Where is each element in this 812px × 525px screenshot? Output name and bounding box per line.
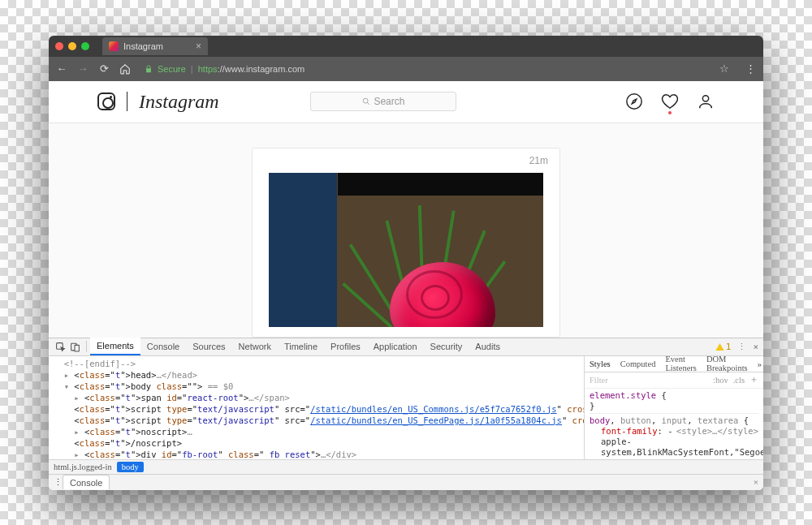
dom-line[interactable]: <class="t">/noscript> [54, 437, 584, 449]
explore-icon[interactable] [625, 93, 643, 110]
cls-toggle[interactable]: .cls [733, 376, 745, 385]
devtools-tab-profiles[interactable]: Profiles [324, 338, 367, 355]
transparent-background: Instagram × ← → ⟳ Secure | https://www.i… [0, 0, 812, 525]
instagram-favicon-icon [109, 41, 119, 51]
close-window-button[interactable] [55, 42, 63, 50]
lock-icon [145, 64, 153, 74]
dom-line[interactable]: <class="t">script type="text/javascript"… [54, 415, 584, 426]
home-button[interactable] [119, 63, 132, 75]
device-toggle-button[interactable] [68, 340, 81, 353]
dom-line[interactable]: ▸ <class="t">div id="fb-root" class="_fb… [54, 449, 584, 459]
post-timestamp: 21m [529, 155, 548, 166]
header-actions [625, 93, 715, 110]
secure-label: Secure [158, 64, 186, 74]
dom-line[interactable]: <class="t">script type="text/javascript"… [54, 403, 584, 415]
address-bar[interactable]: Secure | https://www.instagram.com ☆ [140, 60, 736, 78]
devtools-tab-elements[interactable]: Elements [90, 338, 140, 355]
devtools-drawer: ⋮ Console × [49, 474, 763, 490]
bookmark-button[interactable]: ☆ [718, 62, 731, 75]
close-tab-button[interactable]: × [196, 41, 201, 52]
sidebar-tab-computed[interactable]: Computed [615, 356, 661, 372]
styles-filter-row: Filter :hov .cls ＋ [585, 372, 763, 389]
svg-rect-7 [74, 345, 78, 351]
minimize-window-button[interactable] [68, 42, 76, 50]
search-icon [362, 97, 370, 105]
browser-window: Instagram × ← → ⟳ Secure | https://www.i… [49, 36, 763, 490]
logo-divider [127, 92, 127, 111]
warnings-badge[interactable]: 1 [715, 342, 732, 352]
search-placeholder: Search [374, 96, 404, 107]
dom-line[interactable]: ▾ <class="t">body class=""> == $0 [54, 381, 584, 392]
devtools-tab-application[interactable]: Application [367, 338, 424, 355]
devtools-tab-network[interactable]: Network [232, 338, 278, 355]
svg-point-2 [627, 94, 641, 109]
hov-toggle[interactable]: :hov [713, 376, 728, 385]
devtools-tab-audits[interactable]: Audits [469, 338, 507, 355]
svg-point-0 [364, 98, 369, 103]
style-rule-block[interactable]: body, button, input, textarea {<style>…<… [590, 415, 758, 459]
sidebar-tab-dom-breakpoints[interactable]: DOM Breakpoints [702, 356, 753, 372]
activity-icon[interactable] [661, 93, 679, 110]
dom-line[interactable]: ▸ <class="t">noscript>… [54, 426, 584, 437]
back-button[interactable]: ← [55, 62, 68, 75]
devtools-close-button[interactable]: × [753, 342, 758, 352]
devtools-tab-console[interactable]: Console [140, 338, 186, 355]
browser-tabstrip: Instagram × [49, 36, 763, 57]
devtools-tab-sources[interactable]: Sources [186, 338, 231, 355]
svg-point-4 [702, 96, 708, 101]
browser-toolbar: ← → ⟳ Secure | https://www.instagram.com… [49, 57, 763, 81]
window-controls [55, 42, 89, 50]
styles-filter-input[interactable]: Filter [590, 376, 708, 385]
styles-rules[interactable]: element.style {}body, button, input, tex… [585, 389, 763, 459]
dom-tree[interactable]: <!--[endif]--> ▸ <class="t">head>…</head… [49, 356, 585, 459]
post-image[interactable] [269, 173, 543, 327]
feed: 21m [49, 123, 763, 338]
sidebar-tab-styles[interactable]: Styles [585, 356, 615, 372]
devtools-menu-button[interactable]: ⋮ [737, 342, 746, 352]
activity-notification-dot [668, 111, 672, 114]
inspect-element-button[interactable] [54, 340, 67, 353]
drawer-tab-console[interactable]: Console [63, 475, 110, 489]
instagram-wordmark: Instagram [139, 91, 219, 113]
styles-sidebar: StylesComputedEvent ListenersDOM Breakpo… [585, 356, 763, 459]
browser-tab[interactable]: Instagram × [102, 37, 208, 55]
drawer-close-button[interactable]: × [754, 477, 758, 487]
dom-line[interactable]: <!--[endif]--> [54, 358, 584, 369]
crumb-active[interactable]: body [117, 462, 144, 472]
devtools-panel: ElementsConsoleSourcesNetworkTimelinePro… [49, 338, 763, 490]
tab-title: Instagram [123, 41, 163, 51]
post-header: 21m [253, 148, 559, 173]
url-scheme: https://www.instagram.com [198, 64, 304, 74]
sidebar-tabs: StylesComputedEvent ListenersDOM Breakpo… [585, 356, 763, 372]
reload-button[interactable]: ⟳ [97, 62, 110, 75]
post-card: 21m [252, 148, 560, 338]
drawer-menu-button[interactable]: ⋮ [54, 477, 63, 488]
svg-line-1 [368, 102, 370, 105]
style-rule-block[interactable]: element.style {} [590, 390, 758, 414]
search-input[interactable]: Search [310, 92, 456, 111]
warnings-count: 1 [726, 342, 732, 352]
sidebar-tabs-overflow[interactable]: » [753, 356, 763, 372]
dom-line[interactable]: ▸ <class="t">span id="react-root">…</spa… [54, 392, 584, 403]
profile-icon[interactable] [697, 93, 715, 110]
instagram-header: Instagram Search [49, 81, 763, 123]
devtools-tab-security[interactable]: Security [424, 338, 469, 355]
maximize-window-button[interactable] [81, 42, 89, 50]
svg-marker-3 [632, 99, 637, 104]
forward-button[interactable]: → [76, 62, 89, 75]
browser-menu-button[interactable]: ⋮ [744, 62, 757, 75]
page-content: Instagram Search [49, 81, 763, 338]
crumb[interactable]: html.js.logged-in [54, 463, 112, 471]
instagram-logo[interactable]: Instagram [97, 91, 219, 113]
camera-icon [97, 93, 115, 110]
devtools-tab-timeline[interactable]: Timeline [278, 338, 324, 355]
dom-line[interactable]: ▸ <class="t">head>…</head> [54, 369, 584, 381]
dom-breadcrumbs[interactable]: html.js.logged-in body [49, 459, 763, 474]
sidebar-tab-event-listeners[interactable]: Event Listeners [660, 356, 701, 372]
add-rule-button[interactable]: ＋ [749, 374, 758, 385]
devtools-tabbar: ElementsConsoleSourcesNetworkTimelinePro… [49, 338, 763, 356]
